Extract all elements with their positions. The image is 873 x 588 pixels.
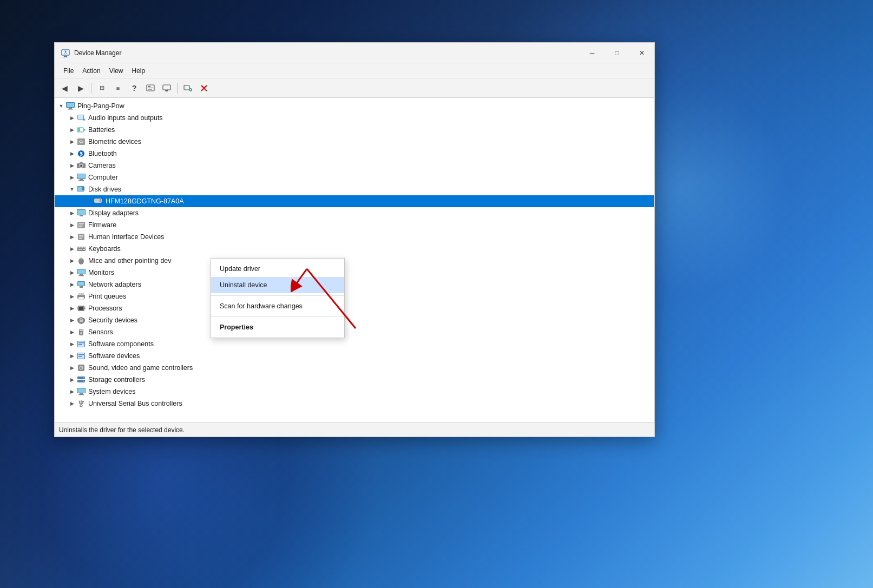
grid-view-button[interactable]: ⊞: [94, 81, 109, 96]
storage-label: Storage controllers: [88, 376, 145, 384]
tree-storage[interactable]: ▶ Storage controllers: [55, 374, 654, 386]
tree-panel[interactable]: ▼ Ping-Pang-Pow ▶: [55, 98, 654, 422]
tree-processors[interactable]: ▶ Processors: [55, 302, 654, 314]
close-button[interactable]: ✕: [629, 43, 654, 63]
monitors-label: Monitors: [88, 269, 114, 276]
security-icon: [76, 316, 86, 325]
batteries-toggle[interactable]: ▶: [68, 125, 76, 134]
tree-usb[interactable]: ▶ Universal Serial Bus controllers: [55, 398, 654, 409]
svg-rect-74: [84, 308, 86, 309]
minimize-button[interactable]: ─: [580, 43, 605, 63]
svg-rect-86: [78, 354, 84, 355]
menu-view[interactable]: View: [105, 65, 128, 77]
tree-network[interactable]: ▶ Network adapters: [55, 279, 654, 290]
tree-audio[interactable]: ▶ Audio inputs and outputs: [55, 112, 654, 124]
disk-drives-toggle[interactable]: ▼: [68, 185, 76, 194]
bluetooth-toggle[interactable]: ▶: [68, 149, 76, 158]
sensors-toggle[interactable]: ▶: [68, 328, 76, 336]
processors-toggle[interactable]: ▶: [68, 304, 76, 313]
disk-item-label: HFM128GDGTNG-87A0A: [106, 197, 183, 205]
tree-computer[interactable]: ▶ Computer: [55, 171, 654, 183]
biometric-label: Biometric devices: [88, 138, 141, 146]
svg-rect-30: [78, 180, 84, 181]
tree-bluetooth[interactable]: ▶ Bluetooth: [55, 148, 654, 160]
remove-button[interactable]: [196, 81, 212, 96]
network-label: Network adapters: [88, 281, 141, 288]
back-button[interactable]: ◀: [57, 81, 72, 96]
processors-label: Processors: [88, 305, 122, 312]
tree-biometric[interactable]: ▶ Biometric devices: [55, 136, 654, 148]
tree-root[interactable]: ▼ Ping-Pang-Pow: [55, 100, 654, 112]
software-components-toggle[interactable]: ▶: [68, 340, 76, 348]
print-toggle[interactable]: ▶: [68, 292, 76, 301]
monitors-toggle[interactable]: ▶: [68, 268, 76, 277]
ctx-uninstall-device[interactable]: Uninstall device: [211, 277, 344, 293]
monitor-toolbar-button[interactable]: [159, 81, 174, 96]
hid-icon: [76, 233, 86, 241]
menu-file[interactable]: File: [59, 65, 78, 77]
mice-icon: [76, 256, 86, 265]
computer-toggle[interactable]: ▶: [68, 173, 76, 182]
tree-system[interactable]: ▶ System devices: [55, 386, 654, 398]
tree-security[interactable]: ▶ Security devices: [55, 314, 654, 326]
sound-label: Sound, video and game controllers: [88, 364, 193, 372]
tree-software-devices[interactable]: ▶ Software devices: [55, 350, 654, 362]
tree-sound[interactable]: ▶ Sound, video and game controllers: [55, 362, 654, 374]
keyboards-toggle[interactable]: ▶: [68, 245, 76, 253]
tree-mice[interactable]: ▶ Mice and other pointing dev: [55, 255, 654, 267]
tree-print[interactable]: ▶ Print queues: [55, 290, 654, 302]
ctx-update-driver[interactable]: Update driver: [211, 261, 344, 277]
ctx-scan-hardware[interactable]: Scan for hardware changes: [211, 298, 344, 314]
mice-toggle[interactable]: ▶: [68, 256, 76, 265]
hid-toggle[interactable]: ▶: [68, 233, 76, 241]
svg-rect-55: [83, 249, 85, 250]
menu-help[interactable]: Help: [128, 65, 150, 77]
svg-rect-14: [68, 109, 73, 110]
svg-rect-83: [78, 344, 82, 345]
properties-toolbar-button[interactable]: [143, 81, 158, 96]
menu-action[interactable]: Action: [78, 65, 104, 77]
usb-toggle[interactable]: ▶: [68, 399, 76, 408]
tree-software-components[interactable]: ▶ Software components: [55, 338, 654, 350]
svg-rect-54: [79, 249, 82, 250]
tree-disk-drives[interactable]: ▼ Disk drives: [55, 183, 654, 195]
svg-rect-20: [78, 128, 80, 131]
storage-toggle[interactable]: ▶: [68, 375, 76, 384]
ctx-properties[interactable]: Properties: [211, 319, 344, 335]
security-toggle[interactable]: ▶: [68, 316, 76, 325]
tree-monitors[interactable]: ▶ Monitors: [55, 267, 654, 279]
svg-rect-72: [77, 308, 78, 309]
add-driver-button[interactable]: [180, 81, 195, 96]
software-devices-toggle[interactable]: ▶: [68, 352, 76, 360]
firmware-toggle[interactable]: ▶: [68, 221, 76, 229]
svg-rect-29: [80, 179, 83, 180]
tree-disk-item[interactable]: HFM128GDGTNG-87A0A: [55, 195, 654, 207]
system-toggle[interactable]: ▶: [68, 387, 76, 396]
tree-sensors[interactable]: ▶ Sensors: [55, 326, 654, 338]
audio-toggle[interactable]: ▶: [68, 114, 76, 122]
svg-rect-51: [82, 247, 83, 248]
list-view-button[interactable]: ≡: [110, 81, 126, 96]
tree-cameras[interactable]: ▶ Cameras: [55, 160, 654, 171]
tree-keyboards[interactable]: ▶ Keyboards: [55, 243, 654, 255]
tree-hid[interactable]: ▶ Human Interface Devices: [55, 231, 654, 243]
computer-label: Computer: [88, 174, 118, 181]
help-toolbar-button[interactable]: ?: [127, 81, 142, 96]
svg-rect-21: [77, 138, 85, 145]
svg-point-25: [81, 165, 82, 167]
svg-rect-96: [77, 388, 85, 393]
tree-batteries[interactable]: ▶ Batteries: [55, 124, 654, 136]
svg-rect-65: [80, 286, 83, 288]
display-toggle[interactable]: ▶: [68, 209, 76, 217]
network-toggle[interactable]: ▶: [68, 280, 76, 289]
sound-toggle[interactable]: ▶: [68, 364, 76, 372]
root-toggle[interactable]: ▼: [57, 102, 65, 110]
cameras-toggle[interactable]: ▶: [68, 161, 76, 170]
tree-display[interactable]: ▶ Display adapters: [55, 207, 654, 219]
content-area: ▼ Ping-Pang-Pow ▶: [55, 98, 654, 422]
tree-firmware[interactable]: ▶ Firmware: [55, 219, 654, 231]
maximize-button[interactable]: □: [605, 43, 629, 63]
title-bar: Device Manager ─ □ ✕: [55, 43, 654, 63]
forward-button[interactable]: ▶: [73, 81, 88, 96]
biometric-toggle[interactable]: ▶: [68, 137, 76, 146]
